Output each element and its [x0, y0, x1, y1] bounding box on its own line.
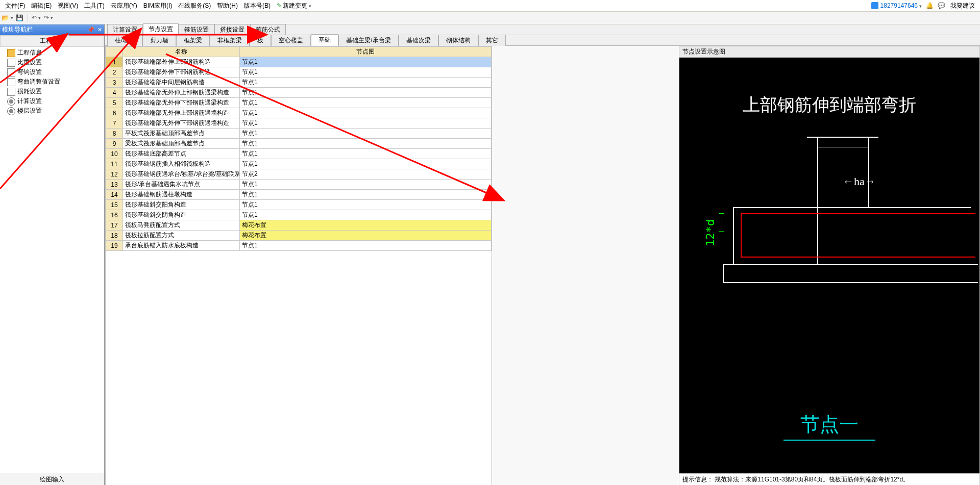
feedback-link[interactable]: 我要建议 [947, 1, 978, 11]
menu-edit[interactable]: 编辑(E) [28, 1, 55, 11]
row-node-image[interactable]: 节点2 [240, 169, 492, 180]
table-row[interactable]: 4筏形基础端部无外伸上部钢筋遇梁构造节点1 [106, 88, 492, 98]
row-node-image[interactable]: 节点1 [240, 78, 492, 88]
table-row[interactable]: 8平板式筏形基础顶部高差节点节点1 [106, 129, 492, 139]
row-node-image[interactable]: 节点1 [240, 210, 492, 220]
row-node-image[interactable]: 节点1 [240, 98, 492, 108]
nav-item-4[interactable]: 损耗设置 [0, 87, 104, 96]
top-tab-1[interactable]: 节点设置 [143, 23, 179, 35]
row-node-image[interactable]: 节点1 [240, 159, 492, 169]
nav-section-header[interactable]: 工程设置 [0, 35, 104, 47]
bell-icon[interactable]: 🔔 [926, 2, 934, 9]
menu-cloud[interactable]: 云应用(Y) [108, 1, 140, 11]
table-row[interactable]: 12筏形基础钢筋遇承台/独基/承台梁/基础联系梁/节点2 [106, 169, 492, 180]
sub-tab-1[interactable]: 剪力墙 [142, 35, 176, 46]
top-tab-4[interactable]: 箍筋公式 [250, 24, 286, 35]
row-index: 1 [106, 57, 123, 67]
table-row[interactable]: 1筏形基础端部外伸上部钢筋构造节点1 [106, 57, 492, 67]
row-index: 18 [106, 231, 123, 241]
sub-tab-8[interactable]: 基础次梁 [399, 35, 438, 46]
sub-tab-9[interactable]: 砌体结构 [438, 35, 478, 46]
row-node-image[interactable]: 节点1 [240, 108, 492, 118]
hint-label: 提示信息： [682, 476, 713, 483]
table-row[interactable]: 3筏形基础端部中间层钢筋构造节点1 [106, 78, 492, 88]
app-body: 模块导航栏 📌 ✕ 工程设置 工程信息比重设置弯钩设置弯曲调整值设置损耗设置计算… [0, 24, 980, 485]
nav-panel-title-text: 模块导航栏 [2, 25, 33, 34]
redo-button[interactable]: ↷ [43, 13, 54, 23]
user-icon [871, 2, 878, 9]
row-node-image[interactable]: 节点1 [240, 57, 492, 67]
table-row[interactable]: 11筏形基础钢筋插入相邻筏板构造节点1 [106, 159, 492, 169]
table-row[interactable]: 9梁板式筏形基础顶部高差节点节点1 [106, 139, 492, 149]
row-node-image[interactable]: 节点1 [240, 180, 492, 190]
table-row[interactable]: 13筏形/承台基础遇集水坑节点节点1 [106, 180, 492, 190]
row-node-image[interactable]: 节点1 [240, 139, 492, 149]
top-tab-0[interactable]: 计算设置 [107, 24, 143, 35]
table-row[interactable]: 2筏形基础端部外伸下部钢筋构造节点1 [106, 67, 492, 78]
row-node-image[interactable]: 节点1 [240, 118, 492, 129]
close-icon[interactable]: ✕ [97, 27, 102, 33]
sub-tabs: 柱/墙柱剪力墙框架梁非框架梁板空心楼盖基础基础主梁/承台梁基础次梁砌体结构其它 [105, 35, 980, 46]
nav-panel-title: 模块导航栏 📌 ✕ [0, 24, 104, 35]
menu-version[interactable]: 版本号(B) [241, 1, 274, 11]
menu-view[interactable]: 视图(V) [55, 1, 81, 11]
nav-item-5[interactable]: 计算设置 [0, 96, 104, 106]
table-row[interactable]: 5筏形基础端部无外伸下部钢筋遇梁构造节点1 [106, 98, 492, 108]
nav-item-label: 弯曲调整值设置 [17, 78, 60, 86]
nav-item-2[interactable]: 弯钩设置 [0, 67, 104, 77]
table-row[interactable]: 17筏板马凳筋配置方式梅花布置 [106, 220, 492, 231]
row-node-image[interactable]: 节点1 [240, 241, 492, 251]
table-row[interactable]: 18筏板拉筋配置方式梅花布置 [106, 231, 492, 241]
table-row[interactable]: 19承台底筋锚入防水底板构造节点1 [106, 241, 492, 251]
row-node-image[interactable]: 节点1 [240, 129, 492, 139]
menu-tools[interactable]: 工具(T) [81, 1, 107, 11]
table-row[interactable]: 7筏形基础端部无外伸下部钢筋遇墙构造节点1 [106, 118, 492, 129]
sub-tab-10[interactable]: 其它 [478, 35, 506, 46]
menu-online[interactable]: 在线服务(S) [175, 1, 214, 11]
row-node-image[interactable]: 梅花布置 [240, 220, 492, 231]
open-button[interactable]: 📂 [2, 13, 12, 23]
row-index: 13 [106, 180, 123, 190]
row-name: 筏形/承台基础遇集水坑节点 [123, 180, 240, 190]
nav-item-6[interactable]: 楼层设置 [0, 106, 104, 116]
table-row[interactable]: 14筏形基础钢筋遇柱墩构造节点1 [106, 190, 492, 200]
sub-tab-4[interactable]: 板 [250, 35, 271, 46]
row-node-image[interactable]: 节点1 [240, 190, 492, 200]
sub-tab-5[interactable]: 空心楼盖 [271, 35, 311, 46]
row-node-image[interactable]: 节点1 [240, 67, 492, 78]
menu-help[interactable]: 帮助(H) [214, 1, 241, 11]
main-area: 计算设置节点设置箍筋设置搭接设置箍筋公式 柱/墙柱剪力墙框架梁非框架梁板空心楼盖… [105, 24, 980, 485]
col-name-header: 名称 [123, 47, 240, 57]
menubar-left: 文件(F) 编辑(E) 视图(V) 工具(T) 云应用(Y) BIM应用(I) … [2, 1, 314, 11]
table-row[interactable]: 15筏形基础斜交阳角构造节点1 [106, 200, 492, 210]
table-row[interactable]: 10筏形基础底部高差节点节点1 [106, 149, 492, 159]
sub-tab-3[interactable]: 非框架梁 [210, 35, 250, 46]
sub-tab-0[interactable]: 柱/墙柱 [107, 35, 142, 46]
nav-item-0[interactable]: 工程信息 [0, 48, 104, 58]
user-id[interactable]: 18279147646 [880, 2, 922, 9]
menu-file[interactable]: 文件(F) [2, 1, 28, 11]
row-node-image[interactable]: 节点1 [240, 200, 492, 210]
row-name: 筏形基础端部无外伸上部钢筋遇梁构造 [123, 88, 240, 98]
row-node-image[interactable]: 梅花布置 [240, 231, 492, 241]
menu-new-change[interactable]: 新建变更 [274, 1, 314, 11]
table-row[interactable]: 6筏形基础端部无外伸上部钢筋遇墙构造节点1 [106, 108, 492, 118]
row-name: 筏形基础斜交阳角构造 [123, 200, 240, 210]
row-node-image[interactable]: 节点1 [240, 88, 492, 98]
row-node-image[interactable]: 节点1 [240, 149, 492, 159]
sub-tab-6[interactable]: 基础 [311, 34, 338, 46]
top-tab-2[interactable]: 箍筋设置 [179, 24, 214, 35]
feedback-icon[interactable]: 💬 [938, 2, 945, 9]
gear-icon [7, 97, 15, 106]
sub-tab-7[interactable]: 基础主梁/承台梁 [338, 35, 398, 46]
pin-icon[interactable]: 📌 [87, 27, 94, 33]
save-button[interactable]: 💾 [14, 13, 24, 23]
nav-footer[interactable]: 绘图输入 [0, 473, 104, 485]
undo-button[interactable]: ↶ [31, 13, 41, 23]
nav-item-3[interactable]: 弯曲调整值设置 [0, 77, 104, 87]
top-tab-3[interactable]: 搭接设置 [214, 24, 250, 35]
sub-tab-2[interactable]: 框架梁 [176, 35, 210, 46]
table-row[interactable]: 16筏形基础斜交阴角构造节点1 [106, 210, 492, 220]
menu-bim[interactable]: BIM应用(I) [140, 1, 176, 11]
nav-item-1[interactable]: 比重设置 [0, 58, 104, 67]
